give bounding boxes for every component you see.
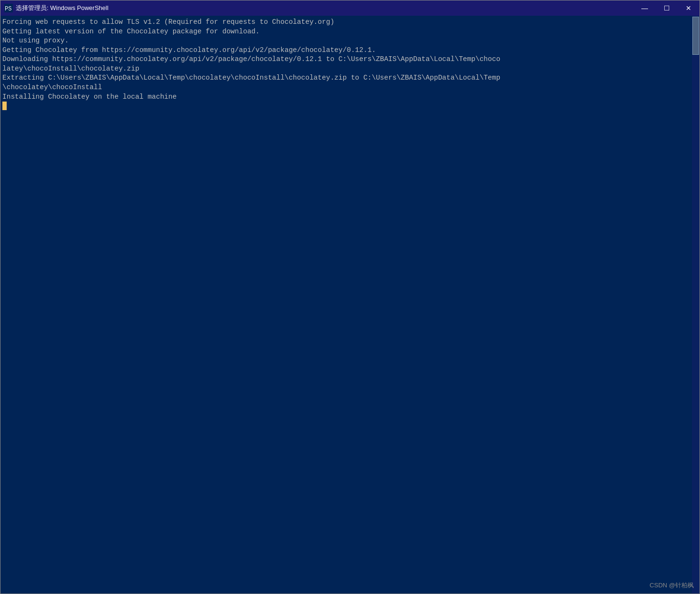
scrollbar[interactable] bbox=[692, 16, 700, 594]
watermark: CSDN @针柏枫 bbox=[649, 581, 694, 590]
cursor bbox=[2, 102, 7, 110]
close-button[interactable]: ✕ bbox=[678, 0, 700, 16]
svg-text:PS: PS bbox=[5, 6, 11, 12]
terminal-body[interactable]: Forcing web requests to allow TLS v1.2 (… bbox=[0, 16, 700, 594]
powershell-icon: PS bbox=[4, 4, 13, 12]
minimize-button[interactable]: — bbox=[634, 0, 656, 16]
powershell-window: PS 选择管理员: Windows PowerShell — ☐ ✕ Forci… bbox=[0, 0, 700, 594]
window-title: 选择管理员: Windows PowerShell bbox=[16, 4, 696, 12]
scrollbar-thumb[interactable] bbox=[692, 17, 699, 55]
terminal-output: Forcing web requests to allow TLS v1.2 (… bbox=[0, 16, 692, 594]
title-bar: PS 选择管理员: Windows PowerShell — ☐ ✕ bbox=[0, 0, 700, 16]
maximize-button[interactable]: ☐ bbox=[656, 0, 678, 16]
window-controls: — ☐ ✕ bbox=[634, 0, 700, 16]
